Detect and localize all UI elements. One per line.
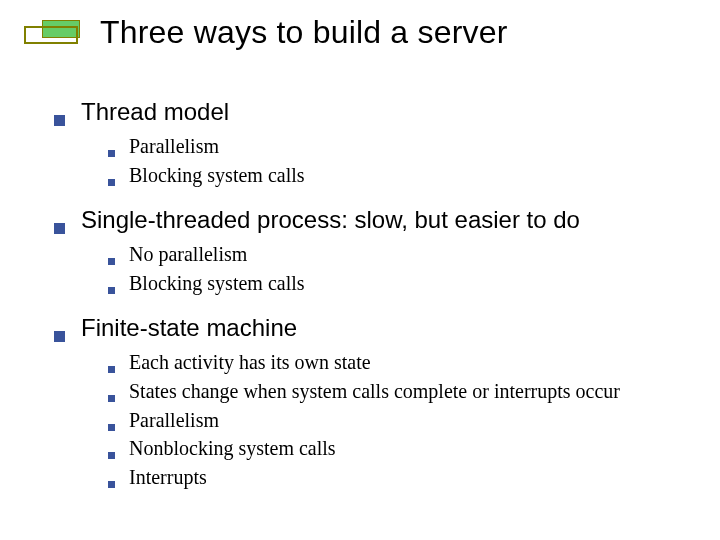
list-item: Finite-state machine xyxy=(54,314,684,342)
list-item: Interrupts xyxy=(108,465,684,491)
list-item: Parallelism xyxy=(108,134,684,160)
square-bullet-icon xyxy=(108,179,115,186)
list-item-label: Each activity has its own state xyxy=(129,350,371,376)
list-item-label: Finite-state machine xyxy=(81,314,297,342)
square-bullet-icon xyxy=(54,331,65,342)
square-bullet-icon xyxy=(108,258,115,265)
square-bullet-icon xyxy=(108,366,115,373)
list-item: Parallelism xyxy=(108,408,684,434)
list-item-label: Single-threaded process: slow, but easie… xyxy=(81,206,580,234)
list-item: Blocking system calls xyxy=(108,163,684,189)
list-item-label: Blocking system calls xyxy=(129,163,305,189)
list-item: Nonblocking system calls xyxy=(108,436,684,462)
list-item-label: Nonblocking system calls xyxy=(129,436,336,462)
list-item-label: Interrupts xyxy=(129,465,207,491)
list-item-label: States change when system calls complete… xyxy=(129,379,620,405)
title-decoration xyxy=(24,20,80,44)
sublist: Parallelism Blocking system calls xyxy=(108,134,684,188)
sublist: No parallelism Blocking system calls xyxy=(108,242,684,296)
square-bullet-icon xyxy=(54,223,65,234)
list-item: Blocking system calls xyxy=(108,271,684,297)
list-item: Single-threaded process: slow, but easie… xyxy=(54,206,684,234)
square-bullet-icon xyxy=(108,287,115,294)
list-item-label: Thread model xyxy=(81,98,229,126)
square-bullet-icon xyxy=(108,150,115,157)
list-item-label: Blocking system calls xyxy=(129,271,305,297)
list-item-label: Parallelism xyxy=(129,134,219,160)
list-item: Thread model xyxy=(54,98,684,126)
list-item: No parallelism xyxy=(108,242,684,268)
slide-content: Thread model Parallelism Blocking system… xyxy=(54,80,684,498)
slide: Three ways to build a server Thread mode… xyxy=(0,0,720,540)
list-item-label: No parallelism xyxy=(129,242,247,268)
list-item-label: Parallelism xyxy=(129,408,219,434)
square-bullet-icon xyxy=(108,395,115,402)
list-item: Each activity has its own state xyxy=(108,350,684,376)
square-bullet-icon xyxy=(108,424,115,431)
square-bullet-icon xyxy=(108,452,115,459)
square-bullet-icon xyxy=(54,115,65,126)
sublist: Each activity has its own state States c… xyxy=(108,350,684,490)
slide-title: Three ways to build a server xyxy=(100,14,700,51)
list-item: States change when system calls complete… xyxy=(108,379,684,405)
square-bullet-icon xyxy=(108,481,115,488)
